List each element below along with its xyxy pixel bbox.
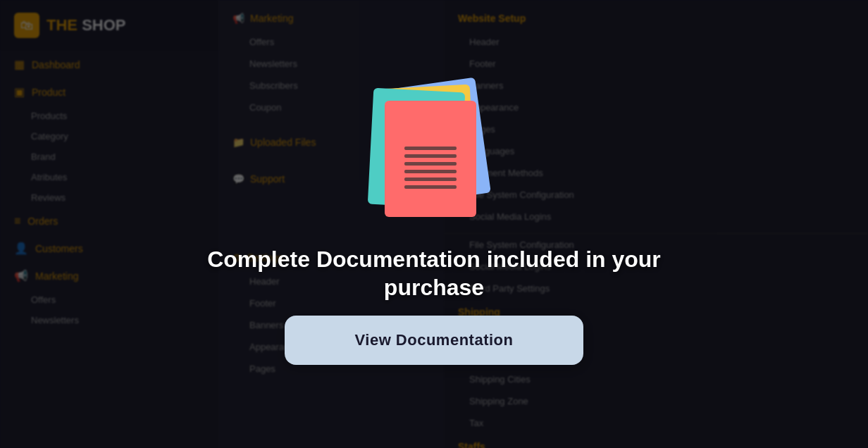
doc-page-red — [385, 101, 476, 217]
view-documentation-button[interactable]: View Documentation — [285, 316, 584, 365]
modal-title: Complete Documentation included in your … — [205, 245, 663, 301]
modal-overlay: Complete Documentation included in your … — [0, 0, 868, 448]
doc-line-4 — [404, 170, 457, 173]
doc-line-6 — [404, 185, 457, 189]
doc-lines — [404, 147, 457, 193]
doc-icon-stack — [371, 83, 497, 224]
doc-line-1 — [404, 147, 457, 150]
modal-content: Complete Documentation included in your … — [205, 83, 663, 365]
doc-line-2 — [404, 154, 457, 158]
doc-line-5 — [404, 178, 457, 181]
doc-line-3 — [404, 162, 457, 166]
